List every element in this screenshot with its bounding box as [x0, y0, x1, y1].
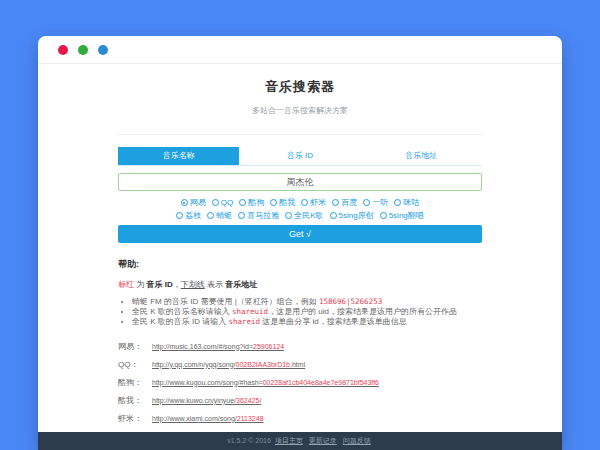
radio-icon — [238, 212, 245, 219]
source-option-label: QQ — [221, 198, 233, 207]
page-footer: v1.5.2 © 2016 项目主页 更新记录 问题反馈 — [38, 432, 562, 450]
help-bullet: 蜻蜓 FM 的音乐 ID 需要使用 |（竖杠符）组合，例如 158696|526… — [132, 297, 482, 307]
source-option[interactable]: 一听 — [363, 198, 388, 207]
radio-icon — [212, 199, 219, 206]
source-option-label: 喜马拉雅 — [247, 211, 279, 220]
help-note-bold-id: 音乐 ID — [146, 280, 172, 289]
page-subtitle: 多站合一音乐搜索解决方案 — [38, 105, 562, 116]
page-content: 音乐搜索器 多站合一音乐搜索解决方案 音乐名称 音乐 ID 音乐地址 网易QQ酷… — [38, 64, 562, 450]
footer-link-changelog[interactable]: 更新记录 — [309, 437, 337, 444]
help-note: 标红 为 音乐 ID，下划线 表示 音乐地址 — [118, 279, 482, 290]
source-option-label: 百度 — [341, 198, 357, 207]
radio-icon — [181, 199, 188, 206]
help-section: 帮助: 标红 为 音乐 ID，下划线 表示 音乐地址 蜻蜓 FM 的音乐 ID … — [118, 258, 482, 327]
source-option-label: 全民K歌 — [294, 211, 323, 220]
tab-music-id[interactable]: 音乐 ID — [239, 147, 360, 165]
window-close-button[interactable] — [58, 45, 68, 55]
example-site-label: 酷我： — [118, 395, 152, 406]
radio-icon — [176, 212, 183, 219]
help-heading: 帮助: — [118, 258, 482, 271]
radio-icon — [332, 199, 339, 206]
help-bullet-list: 蜻蜓 FM 的音乐 ID 需要使用 |（竖杠符）组合，例如 158696|526… — [118, 297, 482, 327]
browser-window: 音乐搜索器 多站合一音乐搜索解决方案 音乐名称 音乐 ID 音乐地址 网易QQ酷… — [38, 36, 562, 450]
source-option[interactable]: QQ — [212, 198, 233, 207]
source-option[interactable]: 喜马拉雅 — [238, 211, 279, 220]
tab-bar: 音乐名称 音乐 ID 音乐地址 — [118, 147, 482, 166]
source-option[interactable]: 荔枝 — [176, 211, 201, 220]
window-maximize-button[interactable] — [98, 45, 108, 55]
example-site-label: 酷狗： — [118, 377, 152, 388]
divider-top — [118, 134, 482, 135]
example-music-id: 25906124 — [253, 343, 284, 350]
tab-music-name[interactable]: 音乐名称 — [118, 147, 239, 165]
example-url-link[interactable]: http://www.kugou.com/song/#hash=00228af1… — [152, 379, 379, 387]
help-bullet: 全民 K 歌的音乐 ID 请输入 shareid 这是单曲分享 id，搜索结果是… — [132, 317, 482, 327]
main-column: 音乐名称 音乐 ID 音乐地址 网易QQ酷狗酷我虾米百度一听咪咕荔枝蜻蜓喜马拉雅… — [118, 134, 482, 450]
source-option-label: 荔枝 — [185, 211, 201, 220]
example-music-id: 2113248 — [237, 415, 264, 422]
source-option-label: 蜻蜓 — [216, 211, 232, 220]
radio-icon — [380, 212, 387, 219]
desktop-background: 音乐搜索器 多站合一音乐搜索解决方案 音乐名称 音乐 ID 音乐地址 网易QQ酷… — [0, 0, 600, 450]
source-option[interactable]: 蜻蜓 — [207, 211, 232, 220]
example-url-link[interactable]: http://www.xiami.com/song/2113248 — [152, 415, 264, 423]
source-option[interactable]: 虾米 — [301, 198, 326, 207]
radio-icon — [301, 199, 308, 206]
source-option[interactable]: 5sing翻唱 — [380, 211, 424, 220]
source-option[interactable]: 酷我 — [270, 198, 295, 207]
footer-link-feedback[interactable]: 问题反馈 — [343, 437, 371, 444]
source-radio-row: 网易QQ酷狗酷我虾米百度一听咪咕 — [118, 196, 482, 207]
example-music-id: 00228af1cb404e8a4e7e9871bf543ff6 — [263, 379, 379, 386]
example-site-label: 虾米： — [118, 413, 152, 424]
example-url-list: 网易：http://music.163.com/#/song?id=259061… — [118, 341, 482, 424]
source-option-label: 网易 — [190, 198, 206, 207]
help-note-text2: 表示 — [205, 280, 225, 289]
source-option-label: 酷狗 — [248, 198, 264, 207]
window-toolbar — [38, 36, 562, 64]
help-code: shareuid — [232, 307, 268, 316]
radio-icon — [239, 199, 246, 206]
example-site-label: 网易： — [118, 341, 152, 352]
example-url-link[interactable]: http://music.163.com/#/song?id=25906124 — [152, 343, 284, 351]
source-option[interactable]: 百度 — [332, 198, 357, 207]
help-note-bold-url: 音乐地址 — [225, 280, 257, 289]
help-code: shareid — [228, 317, 260, 326]
search-input[interactable] — [118, 173, 482, 191]
source-option[interactable]: 5sing原创 — [330, 211, 374, 220]
source-option[interactable]: 酷狗 — [239, 198, 264, 207]
source-option[interactable]: 网易 — [181, 198, 206, 207]
radio-icon — [330, 212, 337, 219]
radio-icon — [394, 199, 401, 206]
source-radio-row: 荔枝蜻蜓喜马拉雅全民K歌5sing原创5sing翻唱 — [118, 209, 482, 220]
example-site-label: QQ： — [118, 359, 152, 370]
source-option-label: 咪咕 — [403, 198, 419, 207]
window-minimize-button[interactable] — [78, 45, 88, 55]
help-note-sep: ， — [173, 280, 181, 289]
source-option[interactable]: 全民K歌 — [285, 211, 323, 220]
source-option[interactable]: 咪咕 — [394, 198, 419, 207]
help-code: 158696|5266253 — [319, 297, 382, 306]
radio-icon — [207, 212, 214, 219]
page-title: 音乐搜索器 — [38, 78, 562, 96]
get-button[interactable]: Get √ — [118, 225, 482, 243]
example-row: 虾米：http://www.xiami.com/song/2113248 — [118, 413, 482, 424]
source-option-label: 一听 — [372, 198, 388, 207]
source-selector: 网易QQ酷狗酷我虾米百度一听咪咕荔枝蜻蜓喜马拉雅全民K歌5sing原创5sing… — [118, 196, 482, 220]
radio-icon — [363, 199, 370, 206]
radio-icon — [285, 212, 292, 219]
source-option-label: 5sing原创 — [339, 211, 374, 220]
example-music-id: 002B2IAA3brD1b — [236, 361, 290, 368]
example-url-link[interactable]: http://y.qq.com/n/yqq/song/002B2IAA3brD1… — [152, 361, 305, 369]
source-option-label: 酷我 — [279, 198, 295, 207]
footer-version: v1.5.2 © 2016 — [227, 437, 271, 444]
footer-link-project[interactable]: 项目主页 — [275, 437, 303, 444]
tab-music-url[interactable]: 音乐地址 — [361, 147, 482, 165]
example-row: 网易：http://music.163.com/#/song?id=259061… — [118, 341, 482, 352]
radio-icon — [270, 199, 277, 206]
example-row: 酷狗：http://www.kugou.com/song/#hash=00228… — [118, 377, 482, 388]
example-music-id: 362425 — [236, 397, 259, 404]
help-note-text: 为 — [134, 280, 146, 289]
example-row: 酷我：http://www.kuwo.cn/yinyue/362425/ — [118, 395, 482, 406]
source-option-label: 5sing翻唱 — [389, 211, 424, 220]
example-url-link[interactable]: http://www.kuwo.cn/yinyue/362425/ — [152, 397, 261, 405]
